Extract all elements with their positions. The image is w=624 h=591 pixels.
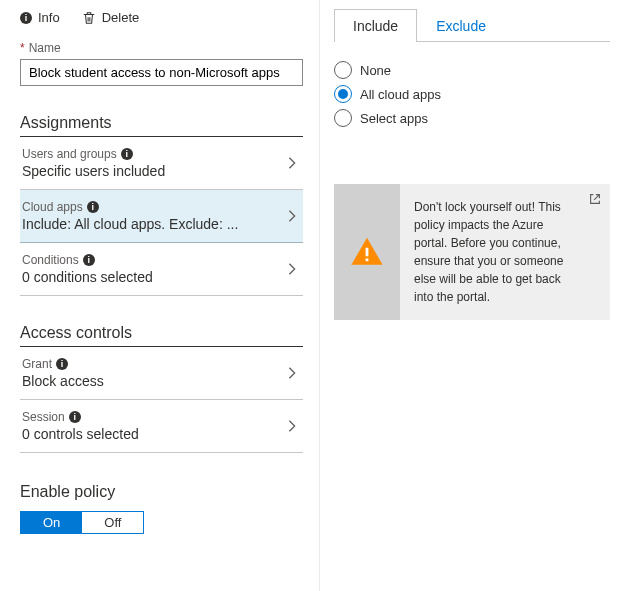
delete-button[interactable]: Delete: [82, 10, 140, 25]
tab-include[interactable]: Include: [334, 9, 417, 42]
include-exclude-tabs: Include Exclude: [334, 8, 610, 42]
radio-none[interactable]: None: [334, 58, 610, 82]
info-icon: i: [83, 254, 95, 266]
delete-label: Delete: [102, 10, 140, 25]
chevron-right-icon: [285, 419, 299, 433]
svg-rect-1: [366, 258, 369, 261]
info-icon: i: [56, 358, 68, 370]
enable-policy-header: Enable policy: [20, 483, 303, 501]
cloud-apps-detail-pane: Include Exclude None All cloud apps Sele…: [320, 0, 624, 591]
info-icon: i: [20, 12, 32, 24]
chevron-right-icon: [285, 156, 299, 170]
scope-radio-group: None All cloud apps Select apps: [334, 58, 610, 130]
warning-icon: [350, 235, 384, 269]
radio-icon: [334, 85, 352, 103]
info-button[interactable]: i Info: [20, 10, 60, 25]
name-label: *Name: [20, 41, 303, 55]
policy-config-pane: i Info Delete *Name Assignments Users an…: [0, 0, 320, 591]
row-cloud-apps[interactable]: Cloud apps i Include: All cloud apps. Ex…: [20, 190, 303, 243]
trash-icon: [82, 11, 96, 25]
toolbar: i Info Delete: [20, 10, 303, 25]
chevron-right-icon: [285, 209, 299, 223]
row-users-groups[interactable]: Users and groups i Specific users includ…: [20, 137, 303, 190]
info-icon: i: [121, 148, 133, 160]
lockout-warning: Don't lock yourself out! This policy imp…: [334, 184, 610, 320]
row-grant[interactable]: Grant i Block access: [20, 347, 303, 400]
name-input[interactable]: [20, 59, 303, 86]
tab-exclude[interactable]: Exclude: [417, 9, 505, 42]
enable-policy-toggle: On Off: [20, 511, 144, 534]
row-session[interactable]: Session i 0 controls selected: [20, 400, 303, 453]
info-icon: i: [69, 411, 81, 423]
radio-all-cloud-apps[interactable]: All cloud apps: [334, 82, 610, 106]
radio-icon: [334, 61, 352, 79]
radio-select-apps[interactable]: Select apps: [334, 106, 610, 130]
external-link-icon[interactable]: [588, 192, 602, 206]
chevron-right-icon: [285, 262, 299, 276]
row-conditions[interactable]: Conditions i 0 conditions selected: [20, 243, 303, 296]
svg-rect-0: [366, 248, 369, 257]
toggle-off[interactable]: Off: [82, 512, 143, 533]
info-label: Info: [38, 10, 60, 25]
toggle-on[interactable]: On: [21, 512, 82, 533]
warning-text: Don't lock yourself out! This policy imp…: [400, 184, 610, 320]
access-controls-header: Access controls: [20, 324, 303, 342]
radio-icon: [334, 109, 352, 127]
info-icon: i: [87, 201, 99, 213]
warning-icon-area: [334, 184, 400, 320]
assignments-header: Assignments: [20, 114, 303, 132]
chevron-right-icon: [285, 366, 299, 380]
